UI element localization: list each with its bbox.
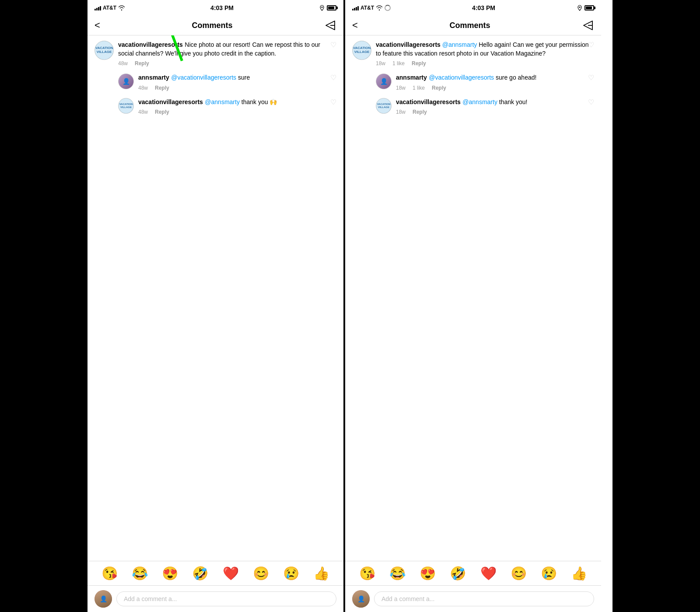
comment-item-reply: VACATIONVILLAGE vacationvillageresorts @…	[376, 98, 594, 115]
comment-text: @annsmarty thank you 🙌	[205, 98, 277, 105]
signal-bars-right	[352, 5, 359, 10]
nav-bar-left: < Comments	[88, 16, 343, 35]
reply-button[interactable]: Reply	[155, 85, 169, 91]
svg-point-0	[322, 7, 323, 8]
comment-meta: 18w Reply	[396, 109, 594, 115]
signal-bars	[94, 5, 101, 10]
comment-text: @vacationvillageresorts sure	[171, 74, 250, 81]
comment-content: vacationvillageresorts @annsmarty thank …	[138, 98, 336, 115]
comment-input-left[interactable]: Add a comment a...	[116, 591, 336, 606]
loading-spinner	[385, 5, 391, 11]
comment-item-reply: 👤 annsmarty @vacationvillageresorts sure…	[376, 73, 594, 91]
heart-icon[interactable]: ♡	[330, 73, 336, 82]
emoji-heart-r[interactable]: ❤️	[480, 566, 497, 581]
emoji-laugh[interactable]: 😂	[132, 566, 148, 581]
signal-bar-2	[354, 8, 355, 10]
time-display: 4:03 PM	[210, 4, 234, 11]
comment-input-right[interactable]: Add a comment a...	[374, 591, 594, 606]
vacation-logo: VACATIONVILLAGE	[353, 41, 371, 59]
reply-button[interactable]: Reply	[412, 60, 426, 66]
comment-mention: @annsmarty	[442, 41, 477, 48]
heart-icon[interactable]: ♡	[588, 98, 594, 106]
signal-bar-1	[352, 9, 354, 10]
user-avatar-bg-right: 👤	[352, 590, 370, 608]
comment-likes: 1 like	[413, 85, 425, 91]
comment-meta: 18w 1 like Reply	[396, 85, 594, 91]
comment-username: annsmarty	[138, 74, 169, 81]
emoji-heart[interactable]: ❤️	[223, 566, 239, 581]
comment-text: @vacationvillageresorts sure go ahead!	[429, 74, 536, 81]
emoji-cry[interactable]: 😢	[283, 566, 299, 581]
emoji-bar-left: 😘 😂 😍 🤣 ❤️ 😊 😢 👍	[88, 561, 343, 585]
carrier-label: AT&T	[103, 5, 116, 11]
location-icon-right	[577, 5, 583, 11]
comment-username: vacationvillageresorts	[376, 41, 442, 48]
battery-fill	[328, 7, 334, 9]
comment-meta: 48w Reply	[138, 109, 336, 115]
reply-button[interactable]: Reply	[432, 85, 446, 91]
emoji-cry-r[interactable]: 😢	[541, 566, 557, 581]
heart-icon[interactable]: ♡	[330, 98, 336, 106]
emoji-smile-r[interactable]: 😊	[511, 566, 527, 581]
emoji-kiss-r[interactable]: 😘	[359, 566, 375, 581]
heart-icon[interactable]: ♡	[588, 41, 594, 49]
avatar-vacation-right: VACATIONVILLAGE	[352, 41, 371, 60]
emoji-thumbs-up[interactable]: 👍	[313, 566, 329, 581]
status-bar-left: AT&T 4:03 PM	[88, 0, 343, 16]
comment-username: vacationvillageresorts	[118, 41, 183, 48]
status-right-right	[577, 5, 594, 11]
heart-icon[interactable]: ♡	[330, 41, 336, 49]
comment-time: 48w	[138, 109, 148, 115]
comment-meta: 18w 1 like Reply	[376, 60, 594, 66]
emoji-heart-eyes[interactable]: 😍	[162, 566, 178, 581]
comment-mention: @annsmarty	[462, 98, 497, 105]
send-icon-right	[583, 20, 593, 31]
page-title-right: Comments	[449, 21, 490, 30]
comment-mention: @vacationvillageresorts	[171, 74, 236, 81]
comment-time: 48w	[118, 60, 128, 66]
battery-fill-right	[586, 7, 592, 9]
back-button-left[interactable]: <	[94, 20, 100, 31]
current-user-avatar-left: 👤	[94, 590, 112, 608]
emoji-heart-eyes-r[interactable]: 😍	[420, 566, 436, 581]
left-phone: AT&T 4:03 PM < Comments	[88, 0, 343, 612]
comment-mention: @vacationvillageresorts	[429, 74, 494, 81]
comment-item-reply: VACATIONVILLAGE vacationvillageresorts @…	[118, 98, 336, 115]
ann-avatar: 👤	[119, 74, 133, 89]
vacation-logo: VACATIONVILLAGE	[95, 41, 113, 59]
ann-avatar: 👤	[376, 74, 391, 89]
signal-bar-3	[356, 7, 357, 10]
comment-meta: 48w Reply	[118, 60, 336, 66]
back-button-right[interactable]: <	[352, 20, 358, 31]
battery-icon	[327, 5, 336, 10]
status-bar-right: AT&T 4:03 PM	[345, 0, 601, 16]
user-avatar-bg: 👤	[94, 590, 112, 608]
comments-list-left: VACATIONVILLAGE vacationvillageresorts N…	[88, 35, 343, 561]
emoji-bar-right: 😘 😂 😍 🤣 ❤️ 😊 😢 👍	[345, 561, 601, 585]
reply-button[interactable]: Reply	[413, 109, 427, 115]
avatar-annsmarty-right: 👤	[376, 73, 392, 89]
location-icon	[319, 5, 325, 11]
emoji-thumbs-up-r[interactable]: 👍	[571, 566, 587, 581]
send-button-left[interactable]	[324, 19, 336, 31]
emoji-rofl[interactable]: 🤣	[192, 566, 208, 581]
status-left: AT&T	[94, 5, 125, 11]
send-button-right[interactable]	[582, 19, 594, 31]
reply-button[interactable]: Reply	[135, 60, 149, 66]
comment-username: annsmarty	[396, 74, 427, 81]
heart-icon[interactable]: ♡	[588, 73, 594, 82]
comment-meta: 48w Reply	[138, 85, 336, 91]
right-phone: AT&T 4:03 PM < C	[345, 0, 601, 612]
emoji-rofl-r[interactable]: 🤣	[450, 566, 466, 581]
comment-input-row-left: 👤 Add a comment a...	[88, 585, 343, 612]
emoji-smile[interactable]: 😊	[253, 566, 269, 581]
comment-mention: @annsmarty	[205, 98, 240, 105]
emoji-laugh-r[interactable]: 😂	[389, 566, 406, 581]
comment-username: vacationvillageresorts	[138, 98, 203, 105]
wifi-icon	[118, 5, 125, 10]
vacation-logo: VACATIONVILLAGE	[119, 98, 133, 113]
comment-content: vacationvillageresorts Nice photo at our…	[118, 41, 336, 66]
reply-button[interactable]: Reply	[155, 109, 169, 115]
time-display-right: 4:03 PM	[472, 4, 495, 11]
emoji-kiss[interactable]: 😘	[102, 566, 118, 581]
